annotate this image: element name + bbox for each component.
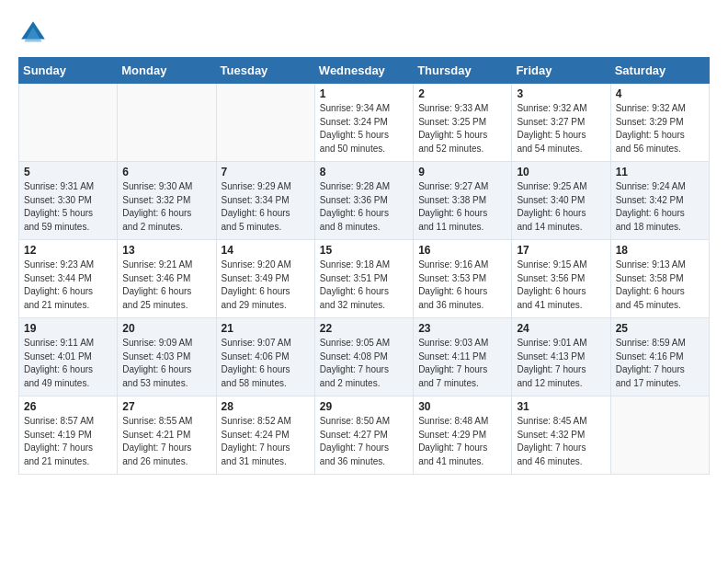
calendar-day-19: 19Sunrise: 9:11 AM Sunset: 4:01 PM Dayli… bbox=[19, 318, 118, 396]
day-info: Sunrise: 8:55 AM Sunset: 4:21 PM Dayligh… bbox=[122, 415, 210, 468]
calendar-empty-cell bbox=[610, 396, 709, 475]
calendar-day-10: 10Sunrise: 9:25 AM Sunset: 3:40 PM Dayli… bbox=[512, 162, 610, 240]
day-info: Sunrise: 8:50 AM Sunset: 4:27 PM Dayligh… bbox=[320, 415, 408, 468]
day-number: 9 bbox=[418, 166, 506, 178]
weekday-header-wednesday: Wednesday bbox=[314, 58, 413, 84]
calendar-week-row: 12Sunrise: 9:23 AM Sunset: 3:44 PM Dayli… bbox=[19, 240, 710, 318]
calendar-day-7: 7Sunrise: 9:29 AM Sunset: 3:34 PM Daylig… bbox=[216, 162, 314, 240]
day-number: 19 bbox=[24, 322, 112, 335]
day-number: 4 bbox=[616, 87, 704, 100]
weekday-header-row: SundayMondayTuesdayWednesdayThursdayFrid… bbox=[19, 58, 710, 84]
calendar-table: SundayMondayTuesdayWednesdayThursdayFrid… bbox=[18, 57, 710, 475]
calendar-day-12: 12Sunrise: 9:23 AM Sunset: 3:44 PM Dayli… bbox=[19, 240, 118, 318]
calendar-week-row: 1Sunrise: 9:34 AM Sunset: 3:24 PM Daylig… bbox=[19, 84, 710, 162]
calendar-day-9: 9Sunrise: 9:27 AM Sunset: 3:38 PM Daylig… bbox=[414, 162, 512, 240]
day-number: 17 bbox=[517, 244, 605, 257]
day-number: 8 bbox=[320, 166, 408, 178]
day-info: Sunrise: 9:05 AM Sunset: 4:08 PM Dayligh… bbox=[320, 337, 408, 390]
weekday-header-tuesday: Tuesday bbox=[216, 58, 314, 84]
day-info: Sunrise: 9:16 AM Sunset: 3:53 PM Dayligh… bbox=[418, 259, 506, 312]
calendar-empty-cell bbox=[118, 84, 216, 162]
calendar-day-30: 30Sunrise: 8:48 AM Sunset: 4:29 PM Dayli… bbox=[414, 396, 512, 475]
calendar-day-27: 27Sunrise: 8:55 AM Sunset: 4:21 PM Dayli… bbox=[118, 396, 216, 475]
day-number: 6 bbox=[122, 166, 210, 178]
weekday-header-thursday: Thursday bbox=[414, 58, 512, 84]
calendar-day-6: 6Sunrise: 9:30 AM Sunset: 3:32 PM Daylig… bbox=[118, 162, 216, 240]
weekday-header-saturday: Saturday bbox=[610, 58, 709, 84]
calendar-empty-cell bbox=[216, 84, 314, 162]
day-number: 25 bbox=[616, 322, 704, 335]
day-info: Sunrise: 9:27 AM Sunset: 3:38 PM Dayligh… bbox=[418, 180, 506, 234]
day-info: Sunrise: 9:25 AM Sunset: 3:40 PM Dayligh… bbox=[517, 180, 605, 234]
day-number: 16 bbox=[418, 244, 506, 257]
day-info: Sunrise: 9:11 AM Sunset: 4:01 PM Dayligh… bbox=[24, 337, 112, 390]
day-number: 29 bbox=[320, 400, 408, 413]
weekday-header-sunday: Sunday bbox=[19, 58, 118, 84]
day-info: Sunrise: 9:13 AM Sunset: 3:58 PM Dayligh… bbox=[616, 259, 704, 312]
calendar-day-15: 15Sunrise: 9:18 AM Sunset: 3:51 PM Dayli… bbox=[314, 240, 413, 318]
calendar-day-13: 13Sunrise: 9:21 AM Sunset: 3:46 PM Dayli… bbox=[118, 240, 216, 318]
calendar-day-20: 20Sunrise: 9:09 AM Sunset: 4:03 PM Dayli… bbox=[118, 318, 216, 396]
calendar-day-31: 31Sunrise: 8:45 AM Sunset: 4:32 PM Dayli… bbox=[512, 396, 610, 475]
calendar-week-row: 19Sunrise: 9:11 AM Sunset: 4:01 PM Dayli… bbox=[19, 318, 710, 396]
calendar-day-18: 18Sunrise: 9:13 AM Sunset: 3:58 PM Dayli… bbox=[610, 240, 709, 318]
day-info: Sunrise: 9:03 AM Sunset: 4:11 PM Dayligh… bbox=[418, 337, 506, 390]
day-info: Sunrise: 8:59 AM Sunset: 4:16 PM Dayligh… bbox=[616, 337, 704, 390]
day-info: Sunrise: 9:24 AM Sunset: 3:42 PM Dayligh… bbox=[616, 180, 704, 234]
day-number: 22 bbox=[320, 322, 408, 335]
day-number: 24 bbox=[517, 322, 605, 335]
day-number: 28 bbox=[222, 400, 310, 413]
weekday-header-friday: Friday bbox=[512, 58, 610, 84]
calendar-empty-cell bbox=[19, 84, 118, 162]
day-info: Sunrise: 8:52 AM Sunset: 4:24 PM Dayligh… bbox=[222, 415, 310, 468]
logo-icon bbox=[18, 18, 48, 48]
day-info: Sunrise: 9:28 AM Sunset: 3:36 PM Dayligh… bbox=[320, 180, 408, 234]
calendar-day-3: 3Sunrise: 9:32 AM Sunset: 3:27 PM Daylig… bbox=[512, 84, 610, 162]
weekday-header-monday: Monday bbox=[118, 58, 216, 84]
day-number: 26 bbox=[24, 400, 112, 413]
day-info: Sunrise: 9:34 AM Sunset: 3:24 PM Dayligh… bbox=[320, 102, 408, 155]
calendar-day-23: 23Sunrise: 9:03 AM Sunset: 4:11 PM Dayli… bbox=[414, 318, 512, 396]
day-info: Sunrise: 9:29 AM Sunset: 3:34 PM Dayligh… bbox=[222, 180, 310, 234]
day-number: 21 bbox=[222, 322, 310, 335]
calendar-day-2: 2Sunrise: 9:33 AM Sunset: 3:25 PM Daylig… bbox=[414, 84, 512, 162]
day-number: 11 bbox=[616, 166, 704, 178]
day-info: Sunrise: 9:31 AM Sunset: 3:30 PM Dayligh… bbox=[24, 180, 112, 234]
calendar-day-4: 4Sunrise: 9:32 AM Sunset: 3:29 PM Daylig… bbox=[610, 84, 709, 162]
day-number: 20 bbox=[122, 322, 210, 335]
calendar-week-row: 5Sunrise: 9:31 AM Sunset: 3:30 PM Daylig… bbox=[19, 162, 710, 240]
day-number: 14 bbox=[222, 244, 310, 257]
day-info: Sunrise: 8:57 AM Sunset: 4:19 PM Dayligh… bbox=[24, 415, 112, 468]
day-number: 15 bbox=[320, 244, 408, 257]
day-info: Sunrise: 9:20 AM Sunset: 3:49 PM Dayligh… bbox=[222, 259, 310, 312]
day-info: Sunrise: 9:07 AM Sunset: 4:06 PM Dayligh… bbox=[222, 337, 310, 390]
day-info: Sunrise: 9:09 AM Sunset: 4:03 PM Dayligh… bbox=[122, 337, 210, 390]
calendar-day-29: 29Sunrise: 8:50 AM Sunset: 4:27 PM Dayli… bbox=[314, 396, 413, 475]
day-number: 7 bbox=[222, 166, 310, 178]
day-info: Sunrise: 9:23 AM Sunset: 3:44 PM Dayligh… bbox=[24, 259, 112, 312]
day-number: 13 bbox=[122, 244, 210, 257]
day-number: 10 bbox=[517, 166, 605, 178]
day-info: Sunrise: 8:48 AM Sunset: 4:29 PM Dayligh… bbox=[418, 415, 506, 468]
calendar-day-14: 14Sunrise: 9:20 AM Sunset: 3:49 PM Dayli… bbox=[216, 240, 314, 318]
day-info: Sunrise: 9:32 AM Sunset: 3:29 PM Dayligh… bbox=[616, 102, 704, 155]
day-info: Sunrise: 9:21 AM Sunset: 3:46 PM Dayligh… bbox=[122, 259, 210, 312]
calendar-day-25: 25Sunrise: 8:59 AM Sunset: 4:16 PM Dayli… bbox=[610, 318, 709, 396]
day-number: 12 bbox=[24, 244, 112, 257]
calendar-day-5: 5Sunrise: 9:31 AM Sunset: 3:30 PM Daylig… bbox=[19, 162, 118, 240]
logo bbox=[18, 18, 51, 48]
calendar-day-21: 21Sunrise: 9:07 AM Sunset: 4:06 PM Dayli… bbox=[216, 318, 314, 396]
calendar-day-1: 1Sunrise: 9:34 AM Sunset: 3:24 PM Daylig… bbox=[314, 84, 413, 162]
day-number: 31 bbox=[517, 400, 605, 413]
day-info: Sunrise: 9:01 AM Sunset: 4:13 PM Dayligh… bbox=[517, 337, 605, 390]
calendar-day-11: 11Sunrise: 9:24 AM Sunset: 3:42 PM Dayli… bbox=[610, 162, 709, 240]
day-number: 2 bbox=[418, 87, 506, 100]
day-number: 30 bbox=[418, 400, 506, 413]
calendar-day-26: 26Sunrise: 8:57 AM Sunset: 4:19 PM Dayli… bbox=[19, 396, 118, 475]
day-info: Sunrise: 9:30 AM Sunset: 3:32 PM Dayligh… bbox=[122, 180, 210, 234]
day-number: 1 bbox=[320, 87, 408, 100]
day-number: 18 bbox=[616, 244, 704, 257]
day-number: 27 bbox=[122, 400, 210, 413]
day-number: 3 bbox=[517, 87, 605, 100]
calendar-day-17: 17Sunrise: 9:15 AM Sunset: 3:56 PM Dayli… bbox=[512, 240, 610, 318]
